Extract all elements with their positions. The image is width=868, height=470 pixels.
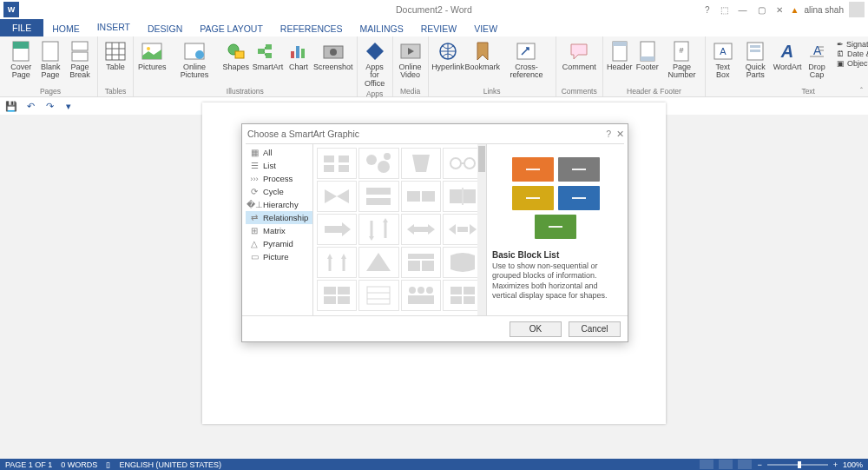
comment-button[interactable]: Comment	[560, 38, 599, 87]
save-icon[interactable]: 💾	[5, 100, 17, 112]
crossref-button[interactable]: Cross-reference	[501, 38, 552, 87]
cat-cycle[interactable]: ⟳Cycle	[246, 185, 312, 198]
screenshot-button[interactable]: Screenshot	[313, 38, 353, 87]
svg-point-23	[330, 49, 337, 56]
bookmark-button[interactable]: Bookmark	[465, 38, 499, 87]
tab-insert[interactable]: INSERT	[89, 19, 139, 36]
status-page[interactable]: PAGE 1 OF 1	[5, 460, 52, 469]
gallery-item[interactable]	[358, 148, 398, 179]
page-break-icon	[69, 40, 91, 63]
cat-all[interactable]: ▦All	[246, 146, 312, 159]
tab-design[interactable]: DESIGN	[139, 21, 191, 36]
svg-rect-82	[338, 287, 350, 295]
gallery-item[interactable]	[401, 247, 441, 278]
cat-list[interactable]: ☰List	[246, 159, 312, 172]
document-title: Document2 - Word	[396, 4, 472, 15]
cat-matrix[interactable]: ⊞Matrix	[246, 224, 312, 237]
svg-rect-93	[464, 287, 475, 295]
table-button[interactable]: Table	[102, 38, 129, 87]
gallery-item[interactable]	[317, 214, 357, 245]
pagenumber-button[interactable]: #Page Number	[662, 38, 702, 87]
object-button[interactable]: ▣Object ▾	[837, 59, 868, 68]
online-video-button[interactable]: Online Video	[397, 38, 424, 87]
user-name[interactable]: alina shah	[804, 5, 844, 15]
gallery-scrollbar[interactable]	[477, 144, 486, 315]
gallery-item[interactable]	[317, 181, 357, 212]
help-icon[interactable]: ?	[702, 5, 713, 15]
gallery-item[interactable]	[401, 214, 441, 245]
collapse-ribbon-icon[interactable]: ˆ	[860, 86, 863, 95]
maximize-icon[interactable]: ▢	[755, 5, 768, 15]
status-language[interactable]: ENGLISH (UNITED STATES)	[119, 460, 221, 469]
datetime-button[interactable]: 🗓Date & Time	[837, 50, 868, 58]
cat-process[interactable]: ›››Process	[246, 172, 312, 185]
svg-rect-94	[450, 296, 462, 304]
status-words[interactable]: 0 WORDS	[61, 460, 97, 469]
ok-button[interactable]: OK	[510, 321, 562, 337]
pictures-button[interactable]: Pictures	[137, 38, 167, 87]
avatar[interactable]	[849, 2, 865, 17]
cat-relationship[interactable]: ⇄Relationship	[246, 211, 312, 224]
redo-icon[interactable]: ↷	[43, 100, 56, 112]
blank-page-button[interactable]: Blank Page	[36, 38, 64, 87]
dialog-help-icon[interactable]: ?	[606, 129, 611, 139]
undo-icon[interactable]: ↶	[24, 100, 36, 112]
cat-picture[interactable]: ▭Picture	[246, 250, 312, 263]
gallery-item[interactable]	[358, 181, 398, 212]
dialog-close-icon[interactable]: ✕	[616, 129, 624, 139]
footer-button[interactable]: Footer	[635, 38, 661, 87]
tab-file[interactable]: FILE	[0, 19, 43, 36]
zoom-level[interactable]: 100%	[843, 460, 863, 469]
minimize-icon[interactable]: —	[736, 5, 750, 15]
smartart-button[interactable]: SmartArt	[252, 38, 284, 87]
gallery-item[interactable]	[401, 148, 441, 179]
gallery-item[interactable]	[358, 280, 398, 311]
object-icon: ▣	[837, 59, 845, 68]
gallery-item[interactable]	[401, 280, 441, 311]
signature-line-button[interactable]: ✒Signature Line ▾	[837, 40, 868, 49]
close-icon[interactable]: ✕	[773, 5, 786, 15]
textbox-button[interactable]: AText Box	[709, 38, 736, 87]
gallery-item[interactable]	[401, 181, 441, 212]
gallery-item[interactable]	[358, 214, 398, 245]
blank-page-icon	[39, 40, 62, 63]
hyperlink-button[interactable]: Hyperlink	[432, 38, 464, 87]
tab-view[interactable]: VIEW	[465, 21, 506, 36]
tab-pagelayout[interactable]: PAGE LAYOUT	[191, 21, 272, 36]
zoom-out-icon[interactable]: −	[757, 460, 761, 469]
view-print-icon[interactable]	[719, 460, 733, 469]
tab-review[interactable]: REVIEW	[412, 21, 465, 36]
shapes-button[interactable]: Shapes	[221, 38, 250, 87]
tab-references[interactable]: REFERENCES	[272, 21, 352, 36]
tab-home[interactable]: HOME	[43, 21, 89, 36]
dropcap-button[interactable]: ADrop Cap	[802, 38, 832, 87]
page-break-button[interactable]: Page Break	[66, 38, 94, 87]
header-button[interactable]: Header	[607, 38, 633, 87]
tab-mailings[interactable]: MAILINGS	[352, 21, 412, 36]
cat-pyramid[interactable]: △Pyramid	[246, 237, 312, 250]
ribbon-options-icon[interactable]: ⬚	[718, 5, 731, 15]
gallery-item[interactable]	[317, 247, 357, 278]
view-read-icon[interactable]	[700, 460, 713, 469]
view-web-icon[interactable]	[738, 460, 752, 469]
svg-rect-21	[301, 49, 305, 58]
cancel-button[interactable]: Cancel	[569, 321, 621, 337]
chart-button[interactable]: Chart	[286, 38, 312, 87]
svg-rect-16	[258, 49, 264, 54]
gallery-item[interactable]	[358, 247, 398, 278]
dialog-titlebar[interactable]: Choose a SmartArt Graphic ? ✕	[242, 124, 628, 143]
wordart-icon: A	[776, 40, 799, 63]
zoom-slider[interactable]	[767, 464, 828, 466]
cat-hierarchy[interactable]: �⊥Hierarchy	[246, 198, 312, 211]
quickparts-button[interactable]: Quick Parts	[738, 38, 773, 87]
gallery-item[interactable]	[317, 280, 357, 311]
wordart-button[interactable]: AWordArt	[774, 38, 800, 87]
qat-customize-icon[interactable]: ▾	[62, 100, 75, 112]
proofing-icon[interactable]: ▯	[106, 460, 110, 469]
gallery-item[interactable]	[317, 148, 357, 179]
online-pictures-button[interactable]: Online Pictures	[168, 38, 220, 87]
zoom-in-icon[interactable]: +	[833, 460, 838, 469]
group-text: AText Box Quick Parts AWordArt ADrop Cap…	[706, 36, 868, 96]
cover-page-button[interactable]: Cover Page	[7, 38, 35, 87]
apps-button[interactable]: Apps for Office	[361, 38, 389, 89]
